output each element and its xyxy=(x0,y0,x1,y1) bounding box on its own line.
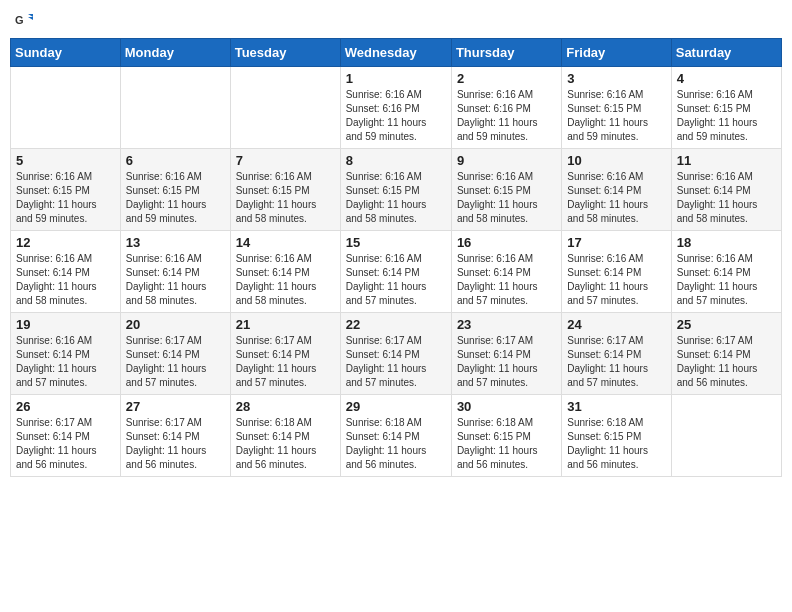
calendar-cell: 18Sunrise: 6:16 AM Sunset: 6:14 PM Dayli… xyxy=(671,231,781,313)
day-number: 13 xyxy=(126,235,225,250)
day-info: Sunrise: 6:18 AM Sunset: 6:15 PM Dayligh… xyxy=(567,416,665,472)
day-info: Sunrise: 6:16 AM Sunset: 6:15 PM Dayligh… xyxy=(126,170,225,226)
day-info: Sunrise: 6:16 AM Sunset: 6:16 PM Dayligh… xyxy=(346,88,446,144)
day-info: Sunrise: 6:18 AM Sunset: 6:15 PM Dayligh… xyxy=(457,416,556,472)
calendar-cell: 17Sunrise: 6:16 AM Sunset: 6:14 PM Dayli… xyxy=(562,231,671,313)
day-number: 9 xyxy=(457,153,556,168)
calendar-week-row: 1Sunrise: 6:16 AM Sunset: 6:16 PM Daylig… xyxy=(11,67,782,149)
day-number: 3 xyxy=(567,71,665,86)
day-number: 19 xyxy=(16,317,115,332)
day-number: 10 xyxy=(567,153,665,168)
calendar-cell: 28Sunrise: 6:18 AM Sunset: 6:14 PM Dayli… xyxy=(230,395,340,477)
calendar-cell: 29Sunrise: 6:18 AM Sunset: 6:14 PM Dayli… xyxy=(340,395,451,477)
calendar-week-row: 26Sunrise: 6:17 AM Sunset: 6:14 PM Dayli… xyxy=(11,395,782,477)
calendar-cell: 1Sunrise: 6:16 AM Sunset: 6:16 PM Daylig… xyxy=(340,67,451,149)
day-info: Sunrise: 6:16 AM Sunset: 6:14 PM Dayligh… xyxy=(16,334,115,390)
calendar-cell: 21Sunrise: 6:17 AM Sunset: 6:14 PM Dayli… xyxy=(230,313,340,395)
weekday-header-thursday: Thursday xyxy=(451,39,561,67)
weekday-header-sunday: Sunday xyxy=(11,39,121,67)
calendar-cell xyxy=(11,67,121,149)
calendar-cell: 16Sunrise: 6:16 AM Sunset: 6:14 PM Dayli… xyxy=(451,231,561,313)
calendar-cell: 9Sunrise: 6:16 AM Sunset: 6:15 PM Daylig… xyxy=(451,149,561,231)
day-info: Sunrise: 6:16 AM Sunset: 6:15 PM Dayligh… xyxy=(567,88,665,144)
day-number: 30 xyxy=(457,399,556,414)
calendar-week-row: 19Sunrise: 6:16 AM Sunset: 6:14 PM Dayli… xyxy=(11,313,782,395)
day-number: 28 xyxy=(236,399,335,414)
calendar-cell: 11Sunrise: 6:16 AM Sunset: 6:14 PM Dayli… xyxy=(671,149,781,231)
day-number: 21 xyxy=(236,317,335,332)
day-info: Sunrise: 6:18 AM Sunset: 6:14 PM Dayligh… xyxy=(236,416,335,472)
calendar-cell: 12Sunrise: 6:16 AM Sunset: 6:14 PM Dayli… xyxy=(11,231,121,313)
day-info: Sunrise: 6:17 AM Sunset: 6:14 PM Dayligh… xyxy=(126,416,225,472)
day-number: 24 xyxy=(567,317,665,332)
day-info: Sunrise: 6:17 AM Sunset: 6:14 PM Dayligh… xyxy=(677,334,776,390)
calendar-cell: 8Sunrise: 6:16 AM Sunset: 6:15 PM Daylig… xyxy=(340,149,451,231)
day-info: Sunrise: 6:16 AM Sunset: 6:15 PM Dayligh… xyxy=(346,170,446,226)
calendar-cell: 25Sunrise: 6:17 AM Sunset: 6:14 PM Dayli… xyxy=(671,313,781,395)
calendar-cell: 4Sunrise: 6:16 AM Sunset: 6:15 PM Daylig… xyxy=(671,67,781,149)
page-header: G xyxy=(10,10,782,30)
day-number: 29 xyxy=(346,399,446,414)
calendar-cell: 15Sunrise: 6:16 AM Sunset: 6:14 PM Dayli… xyxy=(340,231,451,313)
day-info: Sunrise: 6:17 AM Sunset: 6:14 PM Dayligh… xyxy=(16,416,115,472)
calendar-cell: 6Sunrise: 6:16 AM Sunset: 6:15 PM Daylig… xyxy=(120,149,230,231)
calendar-cell: 30Sunrise: 6:18 AM Sunset: 6:15 PM Dayli… xyxy=(451,395,561,477)
day-info: Sunrise: 6:16 AM Sunset: 6:14 PM Dayligh… xyxy=(236,252,335,308)
day-info: Sunrise: 6:16 AM Sunset: 6:14 PM Dayligh… xyxy=(567,252,665,308)
day-number: 5 xyxy=(16,153,115,168)
calendar-cell: 26Sunrise: 6:17 AM Sunset: 6:14 PM Dayli… xyxy=(11,395,121,477)
day-info: Sunrise: 6:16 AM Sunset: 6:15 PM Dayligh… xyxy=(16,170,115,226)
logo-icon: G xyxy=(14,10,34,30)
calendar-cell xyxy=(120,67,230,149)
day-number: 14 xyxy=(236,235,335,250)
day-info: Sunrise: 6:16 AM Sunset: 6:15 PM Dayligh… xyxy=(677,88,776,144)
day-info: Sunrise: 6:16 AM Sunset: 6:14 PM Dayligh… xyxy=(16,252,115,308)
day-number: 18 xyxy=(677,235,776,250)
day-number: 7 xyxy=(236,153,335,168)
svg-marker-2 xyxy=(28,17,33,20)
day-number: 11 xyxy=(677,153,776,168)
day-info: Sunrise: 6:17 AM Sunset: 6:14 PM Dayligh… xyxy=(567,334,665,390)
day-info: Sunrise: 6:16 AM Sunset: 6:15 PM Dayligh… xyxy=(457,170,556,226)
day-number: 8 xyxy=(346,153,446,168)
day-info: Sunrise: 6:16 AM Sunset: 6:14 PM Dayligh… xyxy=(677,170,776,226)
svg-text:G: G xyxy=(15,14,24,26)
day-info: Sunrise: 6:17 AM Sunset: 6:14 PM Dayligh… xyxy=(346,334,446,390)
calendar-cell: 2Sunrise: 6:16 AM Sunset: 6:16 PM Daylig… xyxy=(451,67,561,149)
day-number: 27 xyxy=(126,399,225,414)
day-info: Sunrise: 6:16 AM Sunset: 6:14 PM Dayligh… xyxy=(567,170,665,226)
day-info: Sunrise: 6:16 AM Sunset: 6:14 PM Dayligh… xyxy=(346,252,446,308)
day-number: 12 xyxy=(16,235,115,250)
calendar-cell: 23Sunrise: 6:17 AM Sunset: 6:14 PM Dayli… xyxy=(451,313,561,395)
day-number: 1 xyxy=(346,71,446,86)
day-number: 20 xyxy=(126,317,225,332)
calendar-cell xyxy=(671,395,781,477)
day-number: 2 xyxy=(457,71,556,86)
calendar-cell xyxy=(230,67,340,149)
weekday-header-saturday: Saturday xyxy=(671,39,781,67)
calendar-cell: 19Sunrise: 6:16 AM Sunset: 6:14 PM Dayli… xyxy=(11,313,121,395)
svg-marker-1 xyxy=(28,14,33,17)
calendar-table: SundayMondayTuesdayWednesdayThursdayFrid… xyxy=(10,38,782,477)
weekday-header-wednesday: Wednesday xyxy=(340,39,451,67)
calendar-cell: 3Sunrise: 6:16 AM Sunset: 6:15 PM Daylig… xyxy=(562,67,671,149)
day-info: Sunrise: 6:16 AM Sunset: 6:14 PM Dayligh… xyxy=(457,252,556,308)
calendar-cell: 27Sunrise: 6:17 AM Sunset: 6:14 PM Dayli… xyxy=(120,395,230,477)
calendar-cell: 14Sunrise: 6:16 AM Sunset: 6:14 PM Dayli… xyxy=(230,231,340,313)
day-info: Sunrise: 6:18 AM Sunset: 6:14 PM Dayligh… xyxy=(346,416,446,472)
day-number: 31 xyxy=(567,399,665,414)
logo: G xyxy=(14,10,36,30)
day-info: Sunrise: 6:17 AM Sunset: 6:14 PM Dayligh… xyxy=(457,334,556,390)
calendar-cell: 10Sunrise: 6:16 AM Sunset: 6:14 PM Dayli… xyxy=(562,149,671,231)
day-info: Sunrise: 6:16 AM Sunset: 6:16 PM Dayligh… xyxy=(457,88,556,144)
calendar-week-row: 12Sunrise: 6:16 AM Sunset: 6:14 PM Dayli… xyxy=(11,231,782,313)
calendar-week-row: 5Sunrise: 6:16 AM Sunset: 6:15 PM Daylig… xyxy=(11,149,782,231)
day-number: 6 xyxy=(126,153,225,168)
day-info: Sunrise: 6:17 AM Sunset: 6:14 PM Dayligh… xyxy=(126,334,225,390)
calendar-cell: 31Sunrise: 6:18 AM Sunset: 6:15 PM Dayli… xyxy=(562,395,671,477)
day-number: 26 xyxy=(16,399,115,414)
day-info: Sunrise: 6:16 AM Sunset: 6:14 PM Dayligh… xyxy=(126,252,225,308)
weekday-header-row: SundayMondayTuesdayWednesdayThursdayFrid… xyxy=(11,39,782,67)
day-number: 23 xyxy=(457,317,556,332)
day-number: 15 xyxy=(346,235,446,250)
